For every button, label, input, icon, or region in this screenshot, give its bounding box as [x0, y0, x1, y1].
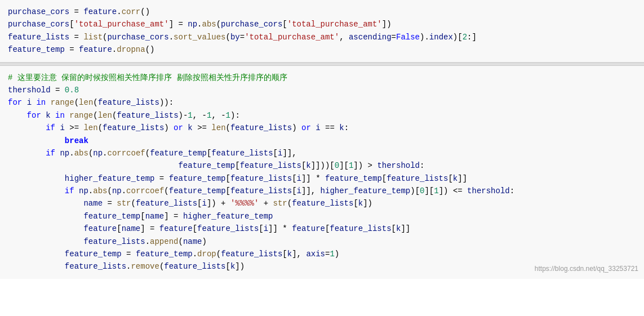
code-line-13: if np.abs(np.corrcoef(feature_temp[featu…	[8, 185, 636, 197]
code-line-4: feature_temp = feature.dropna()	[8, 43, 636, 56]
code-line-18: feature_temp = feature_temp.drop(feature…	[8, 248, 636, 260]
code-line-16: feature[name] = feature[feature_lists[i]…	[8, 222, 636, 235]
watermark: https://blog.csdn.net/qq_33253721	[535, 264, 638, 274]
code-line-7: for k in range(len(feature_lists)-1, -1,…	[8, 109, 636, 122]
code-line-8: if i >= len(feature_lists) or k >= len(f…	[8, 122, 636, 134]
code-line-11: feature_temp[feature_lists[k]]))[0][1]) …	[8, 159, 636, 172]
code-line-1: purchase_cors = feature.corr()	[8, 6, 636, 18]
code-line-2: purchase_cors['total_purchase_amt'] = np…	[8, 18, 636, 30]
code-line-15: feature_temp[name] = higher_feature_temp	[8, 210, 636, 222]
code-line-comment: # 这里要注意 保留的时候按照相关性降序排序 剔除按照相关性升序排序的顺序	[8, 72, 636, 84]
code-block-1: purchase_cors = feature.corr() purchase_…	[0, 0, 644, 63]
code-line-6: for i in range(len(feature_lists)):	[8, 96, 636, 109]
code-line-3: feature_lists = list(purchase_cors.sort_…	[8, 31, 636, 43]
code-line-9: break	[8, 135, 636, 147]
code-line-10: if np.abs(np.corrcoef(feature_temp[featu…	[8, 147, 636, 159]
code-line-17: feature_lists.append(name)	[8, 235, 636, 248]
code-block-2: # 这里要注意 保留的时候按照相关性降序排序 剔除按照相关性升序排序的顺序 th…	[0, 66, 644, 279]
code-line-12: higher_feature_temp = feature_temp[featu…	[8, 172, 636, 185]
code-line-5: thershold = 0.8	[8, 84, 636, 96]
code-line-14: name = str(feature_lists[i]) + '%%%%' + …	[8, 197, 636, 210]
